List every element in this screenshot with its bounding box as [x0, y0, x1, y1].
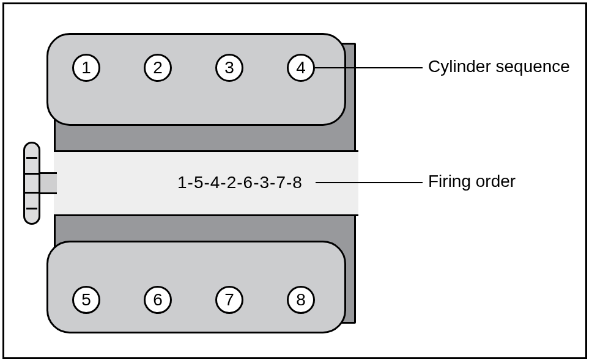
- cylinder-2: 2: [144, 54, 172, 82]
- crank-pulley: [23, 142, 40, 225]
- label-firing-order: Firing order: [428, 172, 516, 191]
- callout-line-cylinder-sequence: [315, 67, 423, 68]
- label-cylinder-sequence: Cylinder sequence: [428, 57, 570, 76]
- cylinder-8: 8: [287, 286, 315, 314]
- cylinder-7: 7: [215, 286, 243, 314]
- crank-shaft: [39, 172, 57, 194]
- diagram-canvas: 1 2 3 4 5 6 7 8 1-5-4-2-6-3-7-8 Cylinder…: [0, 0, 592, 364]
- firing-order-text: 1-5-4-2-6-3-7-8: [177, 173, 303, 192]
- cylinder-1: 1: [72, 54, 100, 82]
- pulley-groove: [25, 192, 39, 194]
- callout-line-firing-order: [316, 182, 423, 183]
- pulley-groove: [25, 173, 39, 175]
- cylinder-3: 3: [215, 54, 243, 82]
- cylinder-6: 6: [144, 286, 172, 314]
- cylinder-5: 5: [72, 286, 100, 314]
- cylinder-4: 4: [287, 54, 315, 82]
